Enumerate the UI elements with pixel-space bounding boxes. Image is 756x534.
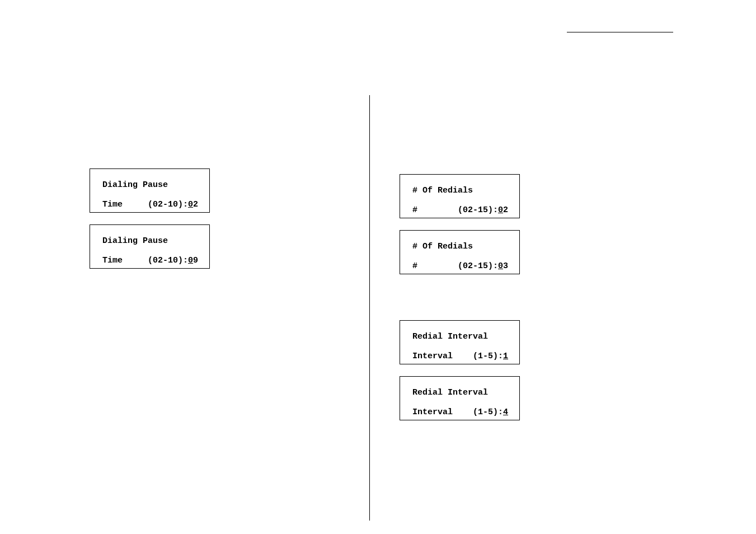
lcd-redial-interval-entered: Redial Interval Interval (1-5):4 [400,376,520,420]
lcd-line2-prefix: # (02-15): [412,261,498,271]
lcd-redials-entered: # Of Redials # (02-15):03 [400,230,520,274]
lcd-line2-suffix: 3 [503,261,508,271]
lcd-line2-cursor: 0 [498,261,503,271]
lcd-line1: Redial Interval [412,388,488,397]
lcd-line2-suffix: 2 [503,205,508,215]
lcd-line2-prefix: # (02-15): [412,205,498,215]
lcd-line2-cursor: 1 [503,352,508,361]
lcd-line2-suffix: 9 [193,256,198,265]
lcd-line1: Dialing Pause [102,236,168,246]
lcd-line2-prefix: Interval (1-5): [412,352,503,361]
page-divider [369,95,370,521]
lcd-line2-cursor: 4 [503,407,508,417]
lcd-line1: Dialing Pause [102,180,168,190]
lcd-dialing-pause-entered: Dialing Pause Time (02-10):09 [90,224,210,269]
lcd-line2-cursor: 0 [188,256,193,265]
header-rule [567,32,673,32]
lcd-redials-default: # Of Redials # (02-15):02 [400,174,520,218]
lcd-line1: # Of Redials [412,242,473,251]
lcd-redial-interval-default: Redial Interval Interval (1-5):1 [400,320,520,364]
lcd-line2-prefix: Time (02-10): [102,200,188,209]
lcd-line2-cursor: 0 [498,205,503,215]
lcd-line2-suffix: 2 [193,200,198,209]
lcd-line1: # Of Redials [412,186,473,195]
lcd-line2-cursor: 0 [188,200,193,209]
lcd-dialing-pause-default: Dialing Pause Time (02-10):02 [90,168,210,213]
lcd-line2-prefix: Time (02-10): [102,256,188,265]
lcd-line1: Redial Interval [412,332,488,341]
lcd-line2-prefix: Interval (1-5): [412,407,503,417]
